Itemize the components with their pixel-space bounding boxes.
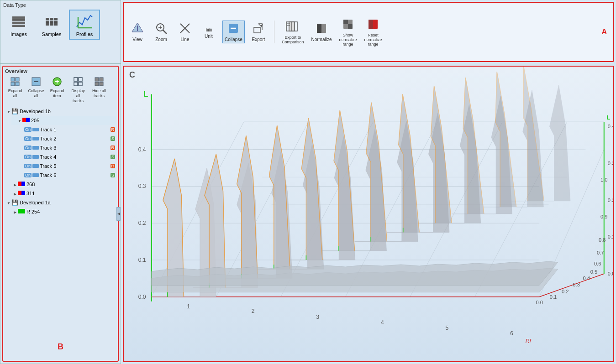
track-on-badge-5[interactable]: On (24, 164, 32, 168)
svg-text:0.0: 0.0 (608, 271, 613, 276)
tree-label-r254: R 254 (26, 209, 115, 214)
svg-rect-35 (74, 78, 78, 81)
display-all-tracks-label: Display alltracks (69, 88, 87, 103)
svg-rect-44 (26, 118, 30, 122)
track-badge-s4: S (111, 155, 115, 159)
normalize-button[interactable]: Normalize (309, 21, 333, 43)
tree-node-track3[interactable]: On Track 3 R (5, 143, 116, 152)
profiles-icon-svg (76, 13, 93, 30)
expand-all-icon (10, 77, 20, 88)
chevron-down-icon-1a (6, 200, 11, 205)
tree-node-r254[interactable]: R 254 (11, 207, 116, 216)
track-toggle-1 (32, 128, 39, 131)
track-on-badge-2[interactable]: On (24, 136, 32, 141)
svg-text:3: 3 (316, 314, 319, 320)
tree-node-311[interactable]: 311 (11, 189, 116, 198)
track-toggle-3 (32, 146, 39, 150)
toolbar-row: View Zoom (127, 5, 610, 59)
collapse-handle[interactable]: ◀ (116, 207, 121, 221)
tree-node-track5[interactable]: On Track 5 R (5, 161, 116, 171)
show-normalize-button[interactable]: Shownormalizerange (337, 17, 358, 47)
tree-label-track5: Track 5 (40, 163, 109, 169)
collapse-all-button[interactable]: Collapseall (26, 76, 46, 104)
tree-node-track1[interactable]: On Track 1 R (5, 125, 116, 134)
svg-text:5: 5 (446, 325, 449, 331)
svg-text:0.4: 0.4 (583, 276, 590, 281)
expand-all-label: Expandall (8, 88, 22, 99)
chart-svg: L L 0.0 0.1 0.2 0.3 0.4 0.0 0.1 0.2 0.3 (124, 67, 613, 361)
tree-node-268[interactable]: 268 (11, 180, 116, 189)
hide-all-tracks-label: Hide alltracks (92, 88, 106, 99)
export-label: Export (252, 37, 265, 42)
export-comparison-label: Export toComparison (282, 35, 304, 44)
normalize-icon (315, 22, 328, 37)
collapse-all-icon (31, 77, 41, 88)
tree-label-developed-1b: Developed 1b (20, 109, 115, 114)
svg-text:0.3: 0.3 (573, 282, 579, 287)
data-type-profiles[interactable]: Profiles (69, 10, 100, 40)
svg-rect-20 (317, 24, 321, 33)
track-on-badge-1[interactable]: On (24, 127, 32, 132)
show-normalize-icon (342, 18, 354, 33)
chevron-down-icon (6, 109, 11, 114)
svg-rect-42 (100, 82, 103, 86)
tree-node-205[interactable]: 205 (11, 116, 116, 125)
svg-text:1.0: 1.0 (600, 177, 607, 182)
main-layout: Data Type Images (0, 0, 616, 364)
display-all-tracks-button[interactable]: Display alltracks (68, 76, 88, 104)
svg-text:6: 6 (510, 330, 513, 337)
track-badge-s6: S (111, 173, 115, 177)
images-icon (10, 12, 28, 31)
tree-label-205: 205 (31, 118, 115, 123)
expand-item-button[interactable]: Expanditem (47, 76, 67, 104)
line-icon (179, 22, 191, 37)
view-button[interactable]: View (127, 21, 147, 43)
tree-node-track6[interactable]: On Track 6 S (5, 171, 116, 180)
unit-icon: ㎜ (205, 26, 212, 34)
export-comparison-button[interactable]: Export toComparison (280, 19, 306, 45)
reset-normalize-button[interactable]: Resetnormalizerange (362, 17, 384, 47)
track-on-badge-6[interactable]: On (24, 173, 32, 177)
svg-text:0.2: 0.2 (562, 289, 569, 294)
tree-node-track4[interactable]: On Track 4 S (5, 152, 116, 161)
svg-rect-22 (343, 20, 348, 24)
svg-rect-27 (16, 78, 19, 81)
svg-text:0.4: 0.4 (138, 146, 146, 153)
tree-label-311: 311 (26, 191, 115, 196)
collapse-button[interactable]: Collapse (222, 21, 245, 43)
chevron-right-icon-311 (12, 191, 18, 196)
data-type-images[interactable]: Images (3, 10, 34, 39)
track-toggle-4 (32, 155, 39, 159)
tree-node-track2[interactable]: On Track 2 S (5, 134, 116, 143)
tree-label-track6: Track 6 (40, 172, 110, 178)
svg-text:0.2: 0.2 (608, 198, 613, 203)
expand-all-button[interactable]: Expandall (5, 76, 25, 104)
unit-button[interactable]: ㎜ Unit (199, 25, 219, 40)
track-on-badge-3[interactable]: On (24, 146, 32, 150)
zoom-icon (155, 22, 168, 37)
overview-toolbar: Expandall Collapseall (5, 76, 116, 104)
track-on-badge-4[interactable]: On (24, 155, 32, 159)
svg-rect-43 (22, 118, 26, 122)
unit-label: Unit (205, 34, 213, 39)
toolbar-separator-1 (274, 21, 274, 43)
svg-rect-49 (18, 209, 25, 213)
svg-rect-36 (79, 78, 82, 81)
svg-text:0.0: 0.0 (536, 300, 542, 305)
tree-label-268: 268 (26, 182, 115, 187)
svg-text:0.1: 0.1 (608, 234, 613, 240)
tree-node-developed-1a[interactable]: 💾 Developed 1a (5, 198, 116, 207)
samples-icon (42, 12, 61, 31)
samples-label: Samples (42, 31, 62, 37)
zoom-button[interactable]: Zoom (151, 21, 171, 43)
hide-all-tracks-button[interactable]: Hide alltracks (89, 76, 109, 104)
svg-rect-23 (348, 24, 353, 29)
line-button[interactable]: Line (175, 21, 195, 43)
view-label: View (132, 37, 142, 42)
chevron-down-icon-205 (17, 118, 22, 123)
export-button[interactable]: Export (248, 21, 269, 43)
data-type-title: Data Type (3, 2, 118, 8)
svg-rect-38 (79, 82, 82, 86)
tree-node-developed-1b[interactable]: 💾 Developed 1b (5, 107, 116, 116)
data-type-samples[interactable]: Samples (36, 10, 67, 39)
